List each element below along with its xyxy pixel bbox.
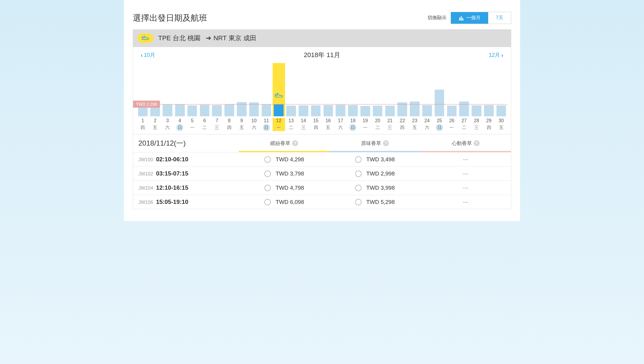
flight-number: JW102: [138, 171, 153, 177]
fare-type-special: 心動香草 ?: [420, 134, 511, 152]
help-icon[interactable]: ?: [474, 140, 480, 146]
radio-icon: [264, 170, 271, 177]
fare-option-special: ---: [420, 170, 511, 177]
flight-row: JW10002:10-06:10TWD 4,298TWD 3,498---: [133, 152, 511, 166]
fare-option-original[interactable]: TWD 3,998: [330, 185, 420, 191]
price-bar-day-21[interactable]: [384, 63, 396, 116]
help-icon[interactable]: ?: [292, 140, 298, 146]
price-bar-day-17[interactable]: [334, 63, 347, 116]
price-bar-day-19[interactable]: [359, 63, 371, 116]
fare-option-colorful[interactable]: TWD 4,298: [239, 156, 330, 163]
date-cell-2[interactable]: 2五: [149, 118, 161, 131]
fare-option-original[interactable]: TWD 3,498: [330, 156, 420, 163]
price-bar-day-20[interactable]: [371, 63, 384, 116]
date-cell-18[interactable]: 18日: [347, 118, 359, 131]
date-cell-28[interactable]: 28三: [470, 118, 483, 131]
date-cell-20[interactable]: 20二: [371, 118, 384, 131]
price-chart: TWD 2,298: [133, 61, 511, 116]
help-icon[interactable]: ?: [383, 140, 389, 146]
price-bar-day-15[interactable]: [310, 63, 322, 116]
date-cell-8[interactable]: 8四: [223, 118, 236, 131]
next-month-button[interactable]: 12月 ›: [489, 51, 504, 59]
date-cell-10[interactable]: 10六: [248, 118, 260, 131]
date-cell-4[interactable]: 4日: [174, 118, 186, 131]
price-bar-day-3[interactable]: [161, 63, 174, 116]
dest-code: NRT: [213, 34, 227, 42]
date-cell-13[interactable]: 13二: [285, 118, 297, 131]
price-bar-day-6[interactable]: [198, 63, 211, 116]
flight-number: JW104: [138, 186, 153, 191]
flight-time: 12:10-16:15: [156, 184, 188, 191]
price-bar-day-14[interactable]: [297, 63, 310, 116]
date-cell-5[interactable]: 5一: [186, 118, 198, 131]
date-cell-3[interactable]: 3六: [161, 118, 174, 131]
date-cell-9[interactable]: 9五: [235, 118, 248, 131]
flight-time: 02:10-06:10: [156, 156, 188, 163]
date-cell-12[interactable]: 12一: [273, 118, 285, 131]
flight-id: JW10203:15-07:15: [133, 170, 239, 177]
origin-code: TPE: [158, 34, 171, 42]
price-bar-day-23[interactable]: [409, 63, 421, 116]
price-bar-day-4[interactable]: [174, 63, 186, 116]
chevron-left-icon: ‹: [141, 52, 143, 59]
price-bar-day-22[interactable]: [396, 63, 409, 116]
fare-option-colorful[interactable]: TWD 6,098: [239, 199, 330, 205]
price-bar-day-1[interactable]: [137, 63, 149, 116]
price-bar-day-10[interactable]: [248, 63, 260, 116]
fare-option-colorful[interactable]: TWD 3,798: [239, 170, 330, 177]
price-bar-day-28[interactable]: [470, 63, 483, 116]
date-cell-24[interactable]: 24六: [421, 118, 433, 131]
price-bar-day-11[interactable]: [260, 63, 273, 116]
date-cell-7[interactable]: 7三: [211, 118, 223, 131]
fare-option-original[interactable]: TWD 2,998: [330, 170, 420, 177]
price-bar-day-5[interactable]: [186, 63, 198, 116]
toggle-month-button[interactable]: 一個月: [451, 12, 488, 24]
price-bar-day-2[interactable]: [149, 63, 161, 116]
price-indicator-line: [137, 104, 507, 104]
price-bar-day-30[interactable]: [495, 63, 507, 116]
calendar-title: 2018年 11月: [304, 51, 340, 59]
date-cell-1[interactable]: 1四: [137, 118, 149, 131]
flight-number: JW100: [138, 157, 153, 162]
flight-id: JW10615:05-19:10: [133, 199, 239, 205]
fare-option-special: ---: [420, 199, 511, 205]
price-bar-day-16[interactable]: [322, 63, 334, 116]
price-bar-day-13[interactable]: [285, 63, 297, 116]
fare-option-special: ---: [420, 156, 511, 163]
prev-month-button[interactable]: ‹ 10月: [140, 51, 155, 59]
date-cell-29[interactable]: 29四: [483, 118, 495, 131]
price-bar-day-25[interactable]: [433, 63, 446, 116]
toggle-week-button[interactable]: 7天: [488, 12, 511, 24]
radio-icon: [355, 185, 362, 191]
flight-row: JW10412:10-16:15TWD 4,798TWD 3,998---: [133, 181, 511, 195]
radio-icon: [264, 199, 271, 205]
origin-city: 台北 桃園: [173, 34, 200, 43]
date-cell-21[interactable]: 21三: [384, 118, 396, 131]
date-cell-26[interactable]: 26一: [446, 118, 458, 131]
price-bar-day-9[interactable]: [235, 63, 248, 116]
fare-type-original: 原味香草 ?: [330, 134, 420, 152]
date-cell-25[interactable]: 25日: [433, 118, 446, 131]
date-cell-27[interactable]: 27二: [458, 118, 470, 131]
price-bar-day-24[interactable]: [421, 63, 433, 116]
date-cell-23[interactable]: 23五: [409, 118, 421, 131]
price-bar-day-26[interactable]: [446, 63, 458, 116]
price-bar-day-18[interactable]: [347, 63, 359, 116]
flight-row: JW10203:15-07:15TWD 3,798TWD 2,998---: [133, 166, 511, 181]
date-cell-14[interactable]: 14三: [297, 118, 310, 131]
price-bar-day-7[interactable]: [211, 63, 223, 116]
fare-option-colorful[interactable]: TWD 4,798: [239, 185, 330, 191]
price-bar-day-8[interactable]: [223, 63, 236, 116]
date-cell-17[interactable]: 17六: [334, 118, 347, 131]
date-cell-6[interactable]: 6二: [198, 118, 211, 131]
price-bar-day-27[interactable]: [458, 63, 470, 116]
date-cell-16[interactable]: 16五: [322, 118, 334, 131]
date-cell-30[interactable]: 30五: [495, 118, 507, 131]
date-cell-19[interactable]: 19一: [359, 118, 371, 131]
fare-option-original[interactable]: TWD 5,298: [330, 199, 420, 205]
date-cell-15[interactable]: 15四: [310, 118, 322, 131]
price-bar-day-12[interactable]: [273, 63, 285, 116]
date-cell-22[interactable]: 22四: [396, 118, 409, 131]
date-cell-11[interactable]: 11日: [260, 118, 273, 131]
price-bar-day-29[interactable]: [483, 63, 495, 116]
